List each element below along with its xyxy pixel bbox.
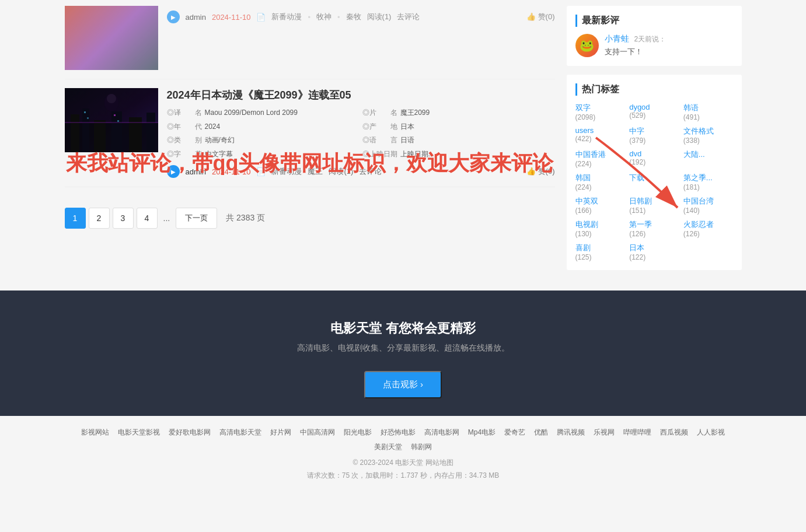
- footer-link[interactable]: 影视网站: [81, 428, 109, 438]
- tag-count: (192): [629, 158, 679, 166]
- origin-label: ◎产 地: [362, 121, 397, 134]
- tag-count: (224): [575, 183, 625, 191]
- like-main[interactable]: 👍 赞(0): [526, 166, 555, 177]
- footer-link[interactable]: 中国高清网: [300, 428, 335, 438]
- article-meta: ◎译 名 Maou 2099/Demon Lord 2099 ◎片 名 魔王20…: [167, 107, 555, 160]
- tag1-top[interactable]: 牧神: [316, 12, 332, 22]
- svg-rect-8: [84, 111, 86, 113]
- read-top[interactable]: 阅读(1): [367, 12, 392, 22]
- tag-count: (379): [629, 136, 679, 145]
- article-item-top: ▶ admin 2024-11-10 📄 新番动漫 • 牧神 • 秦牧 阅读(1…: [65, 6, 555, 79]
- year-value: 2024: [205, 121, 360, 134]
- comment-main[interactable]: 去评论: [359, 166, 382, 177]
- tag-item: 第一季(126): [629, 219, 679, 238]
- svg-point-12: [104, 94, 118, 111]
- page-4-button[interactable]: 4: [137, 208, 158, 229]
- footer-copyright: © 2023-2024 电影天堂 网站地图: [12, 458, 794, 468]
- read-main[interactable]: 阅读(1): [329, 166, 353, 177]
- tag-count: (181): [683, 183, 733, 191]
- svg-rect-2: [71, 114, 79, 152]
- tag-name-link[interactable]: dygod: [629, 103, 679, 111]
- footer-link[interactable]: 哔哩哔哩: [623, 428, 651, 438]
- tag-count: (126): [683, 230, 733, 238]
- category-top[interactable]: 新番动漫: [271, 12, 302, 22]
- comment-top[interactable]: 去评论: [397, 12, 420, 22]
- tag-name-link[interactable]: 韩语: [683, 103, 733, 113]
- tag-name-link[interactable]: 日韩剧: [629, 196, 679, 206]
- footer-link[interactable]: 好恐怖电影: [381, 428, 416, 438]
- right-sidebar: 最新影评 🐸 小青蛙 2天前说： 支持一下！ 热门标签 双字(2098)dygo…: [567, 6, 742, 279]
- svg-rect-3: [82, 108, 89, 152]
- footer-link[interactable]: 乐视网: [594, 428, 615, 438]
- footer-link[interactable]: 优酷: [534, 428, 548, 438]
- tag-item: 韩国(224): [575, 173, 625, 191]
- play-icon-top[interactable]: ▶: [167, 10, 180, 23]
- footer-link[interactable]: 爱好歌电影网: [169, 428, 211, 438]
- footer-cta-button[interactable]: 点击观影 ›: [364, 371, 442, 398]
- tag-item: 火影忍者(126): [683, 219, 733, 238]
- tag-name-link[interactable]: 火影忍者: [683, 219, 733, 230]
- tag-name-link[interactable]: 双字: [575, 103, 625, 113]
- lang-label: ◎语 言: [362, 134, 397, 147]
- footer-link[interactable]: 高清电影天堂: [219, 428, 261, 438]
- tag-name-link[interactable]: 第一季: [629, 219, 679, 230]
- footer-link[interactable]: 腾讯视频: [557, 428, 585, 438]
- footer-link[interactable]: 西瓜视频: [660, 428, 688, 438]
- footer-title: 电影天堂 有您将会更精彩: [12, 320, 794, 337]
- tag-name-link[interactable]: 中英双: [575, 196, 625, 206]
- latest-comment-title: 最新影评: [575, 15, 733, 27]
- footer-link[interactable]: 好片网: [270, 428, 291, 438]
- page-3-button[interactable]: 3: [113, 208, 134, 229]
- tag-name-link[interactable]: 文件格式: [683, 126, 733, 136]
- svg-rect-5: [111, 111, 122, 152]
- tags-grid: 双字(2098)dygod(529)韩语(491)users(422)中字(37…: [575, 103, 733, 261]
- like-top[interactable]: 👍 赞(0): [526, 12, 555, 22]
- tag-name-link[interactable]: 日本: [629, 243, 679, 253]
- footer-link[interactable]: Mp4电影: [468, 428, 496, 438]
- tag-item: users(422): [575, 126, 625, 145]
- tag-category-main[interactable]: 新番动漫: [271, 166, 302, 177]
- tag-name-link[interactable]: dvd: [629, 149, 679, 158]
- tag-name-link[interactable]: users: [575, 126, 625, 135]
- tag2-top[interactable]: 秦牧: [346, 12, 361, 22]
- comment-time: 2天前说：: [634, 35, 666, 43]
- film-value: 魔王2099: [400, 107, 555, 120]
- tag-name-link[interactable]: 电视剧: [575, 219, 625, 230]
- tag-name-link[interactable]: 中国台湾: [683, 196, 733, 206]
- comment-text: 支持一下！: [605, 47, 733, 57]
- tag-name-link[interactable]: 下载: [629, 173, 679, 183]
- comment-user[interactable]: 小青蛙: [605, 34, 629, 43]
- footer-link[interactable]: 人人影视: [697, 428, 725, 438]
- page-1-button[interactable]: 1: [65, 208, 86, 229]
- tag-name-link[interactable]: 第之季...: [683, 173, 733, 183]
- footer-link[interactable]: 爱奇艺: [504, 428, 525, 438]
- next-page-button[interactable]: 下一页: [176, 208, 217, 229]
- tag-name-link[interactable]: 大陆...: [683, 149, 733, 160]
- svg-rect-14: [65, 122, 158, 123]
- svg-rect-1: [65, 123, 158, 152]
- tag-name-link[interactable]: 中字: [629, 126, 679, 136]
- footer-link[interactable]: 美剧天堂: [374, 442, 402, 452]
- tag-name-link[interactable]: 韩国: [575, 173, 625, 183]
- tag-main[interactable]: 魔王: [308, 166, 323, 177]
- page-2-button[interactable]: 2: [89, 208, 110, 229]
- tag-name-link[interactable]: 喜剧: [575, 243, 625, 253]
- page-dots: ...: [160, 214, 173, 223]
- svg-rect-0: [65, 88, 158, 152]
- svg-rect-4: [94, 120, 106, 152]
- footer-link[interactable]: 电影天堂影视: [118, 428, 160, 438]
- play-icon-main[interactable]: ▶: [167, 165, 180, 178]
- origin-value: 日本: [400, 121, 555, 134]
- footer-link[interactable]: 阳光电影: [344, 428, 372, 438]
- comment-avatar: 🐸: [575, 34, 599, 57]
- tag-count: (126): [629, 230, 679, 238]
- tag-name-link[interactable]: 中国香港: [575, 149, 625, 160]
- doc-icon-main: 📄: [256, 167, 266, 176]
- tag-item: 大陆...: [683, 149, 733, 168]
- svg-rect-7: [146, 113, 155, 152]
- footer-subtitle: 高清电影、电视剧收集、分享最新影视、超流畅在线播放。: [12, 343, 794, 354]
- footer-link[interactable]: 韩剧网: [411, 442, 432, 452]
- footer-link[interactable]: 高清电影网: [424, 428, 459, 438]
- article-title[interactable]: 2024年日本动漫《魔王2099》连载至05: [167, 88, 555, 102]
- tag-count: (125): [575, 253, 625, 261]
